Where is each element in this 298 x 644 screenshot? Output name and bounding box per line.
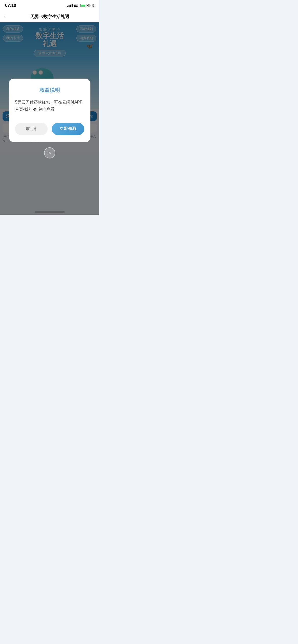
battery-icon: 84% xyxy=(80,4,94,7)
network-label: 5G xyxy=(74,4,78,8)
status-icons: 5G 84% xyxy=(67,4,94,8)
modal-actions: 取 消 立即领取 xyxy=(15,123,84,135)
back-button[interactable]: ‹ xyxy=(4,13,6,20)
confirm-button[interactable]: 立即领取 xyxy=(52,123,84,135)
signal-icon xyxy=(67,4,73,7)
close-icon: × xyxy=(48,150,51,155)
page-title: 无界卡数字生活礼遇 xyxy=(30,14,69,20)
cancel-button[interactable]: 取 消 xyxy=(15,123,48,135)
modal-dialog: 权益说明 5元云闪付还款红包，可在云闪付APP首页-我的-红包内查看 取 消 立… xyxy=(9,79,90,142)
overlay: 权益说明 5元云闪付还款红包，可在云闪付APP首页-我的-红包内查看 取 消 立… xyxy=(0,22,99,215)
modal-body: 5元云闪付还款红包，可在云闪付APP首页-我的-红包内查看 xyxy=(15,99,84,112)
modal-close-button[interactable]: × xyxy=(44,147,55,158)
battery-pct: 84% xyxy=(88,4,94,7)
status-bar: 07:10 5G 84% xyxy=(0,0,99,11)
nav-bar: ‹ 无界卡数字生活礼遇 xyxy=(0,11,99,22)
page-content: 我的权益 我的卡片 活动细则 消费明细 银联无界卡 数字生活礼遇 信用卡活动专区 xyxy=(0,22,99,215)
modal-title: 权益说明 xyxy=(15,87,84,94)
status-time: 07:10 xyxy=(5,3,16,8)
